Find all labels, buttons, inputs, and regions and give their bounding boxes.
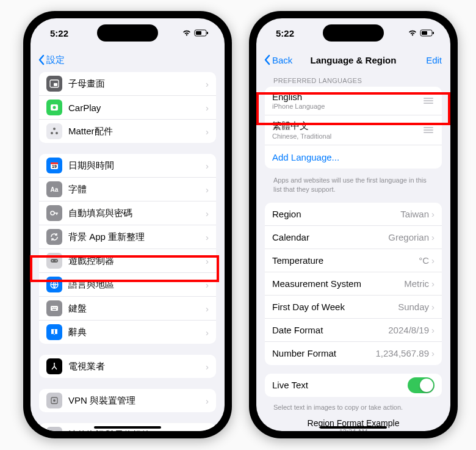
settings-group-2: 19 日期與時間 › Aa 字體 › 自動填寫與密碼 › 背景 App 重新整理 [39,154,216,344]
drag-handle-icon[interactable] [422,127,435,133]
battery-icon [420,29,435,37]
vpn-icon [46,393,62,408]
row-first-day[interactable]: First Day of Week Sunday › [265,296,442,319]
row-label: 鍵盤 [68,303,206,314]
svg-point-17 [56,260,57,261]
svg-rect-15 [51,259,58,263]
svg-rect-21 [54,307,55,308]
chevron-right-icon: › [206,126,209,137]
row-matter[interactable]: Matter配件 › [39,120,216,143]
chevron-right-icon: › [206,361,209,372]
chevron-right-icon: › [431,302,435,312]
svg-point-14 [51,211,54,215]
home-indicator[interactable] [320,426,387,429]
row-calendar[interactable]: Calendar Gregorian › [265,226,442,249]
svg-text:Aa: Aa [51,186,59,193]
row-keyboard[interactable]: 鍵盤 › [39,297,216,321]
home-indicator[interactable] [94,426,161,429]
carplay-icon [46,100,62,115]
back-button[interactable]: Back [264,54,292,65]
language-row-english[interactable]: English iPhone Language [265,87,442,115]
chevron-right-icon: › [431,325,435,335]
row-fonts[interactable]: Aa 字體 › [39,178,216,201]
svg-rect-30 [422,31,427,35]
row-autofill[interactable]: 自動填寫與密碼 › [39,201,216,225]
region-example-title: Region Format Example [256,412,450,428]
svg-point-6 [53,106,56,109]
live-text-toggle[interactable] [408,377,435,393]
row-temperature[interactable]: Temperature °C › [265,249,442,272]
settings-group-1: 子母畫面 › CarPlay › Matter配件 › [39,72,216,143]
row-pip[interactable]: 子母畫面 › [39,72,216,96]
row-language-region[interactable]: 語言與地區 › [39,273,216,297]
back-label: 設定 [46,54,65,66]
settings-content[interactable]: 子母畫面 › CarPlay › Matter配件 › 19 日期與時間 [31,72,225,431]
row-number-format[interactable]: Number Format 1,234,567.89 › [265,342,442,365]
row-measurement[interactable]: Measurement System Metric › [265,272,442,296]
row-value: Metric [404,278,429,289]
add-language-button[interactable]: Add Language... [265,145,442,169]
svg-point-9 [56,132,58,134]
row-value: Gregorian [388,232,429,242]
row-label: 遊戲控制器 [68,255,206,267]
row-datetime[interactable]: 19 日期與時間 › [39,154,216,178]
svg-rect-19 [51,306,58,311]
language-row-chinese[interactable]: 繁體中文 Chinese, Traditional [265,115,442,145]
wifi-icon [182,29,192,37]
row-label: VPN 與裝置管理 [68,395,206,407]
row-date-format[interactable]: Date Format 2024/8/19 › [265,319,442,342]
svg-rect-2 [196,31,201,35]
svg-text:19: 19 [52,164,57,169]
book-icon [46,324,62,340]
chevron-right-icon: › [206,280,209,290]
calendar-icon: 19 [46,158,62,173]
language-footer: Apps and websites will use the first lan… [256,172,450,194]
svg-rect-1 [207,32,208,34]
drag-handle-icon[interactable] [422,98,435,104]
chevron-left-icon [264,54,271,65]
add-language-label: Add Language... [272,152,435,162]
row-value: 2024/8/19 [388,325,429,335]
chevron-right-icon: › [206,396,209,406]
row-label: Date Format [272,325,388,335]
row-carplay[interactable]: CarPlay › [39,96,216,120]
language-region-content[interactable]: PREFERRED LANGUAGES English iPhone Langu… [256,72,450,431]
chevron-left-icon [38,54,45,65]
status-indicators [408,29,435,37]
settings-group-3: 電視業者 › [39,355,216,378]
row-value: Sunday [398,302,429,312]
phone-left: 5:22 設定 子母畫面 › CarPlay [23,11,232,438]
row-label: 日期與時間 [68,160,206,172]
row-label: 字體 [68,184,206,195]
globe-icon [46,277,62,292]
svg-rect-4 [54,83,57,86]
battery-icon [194,29,209,37]
language-sub: Chinese, Traditional [272,132,422,140]
svg-rect-22 [56,307,57,308]
font-icon: Aa [46,181,62,197]
edit-button[interactable]: Edit [426,55,442,65]
row-game-controller[interactable]: 遊戲控制器 › [39,249,216,273]
svg-rect-20 [52,307,53,308]
refresh-icon [46,229,62,245]
page-title: Language & Region [311,55,397,65]
chevron-right-icon: › [431,209,435,219]
chevron-right-icon: › [206,303,209,314]
back-button[interactable]: 設定 [38,54,65,66]
svg-rect-29 [433,32,434,34]
row-dictionary[interactable]: 辭典 › [39,321,216,344]
row-value: Taiwan [400,209,429,219]
row-background-refresh[interactable]: 背景 App 重新整理 › [39,225,216,249]
svg-point-24 [54,363,55,364]
row-vpn[interactable]: VPN 與裝置管理 › [39,389,216,412]
chevron-right-icon: › [431,348,435,358]
chevron-right-icon: › [206,256,209,266]
row-tv-provider[interactable]: 電視業者 › [39,355,216,378]
status-indicators [182,29,209,37]
chevron-right-icon: › [431,232,435,242]
chevron-right-icon: › [431,278,435,289]
row-label: Calendar [272,232,388,242]
row-label: 語言與地區 [68,279,206,291]
row-region[interactable]: Region Taiwan › [265,203,442,226]
row-live-text: Live Text [265,374,442,397]
